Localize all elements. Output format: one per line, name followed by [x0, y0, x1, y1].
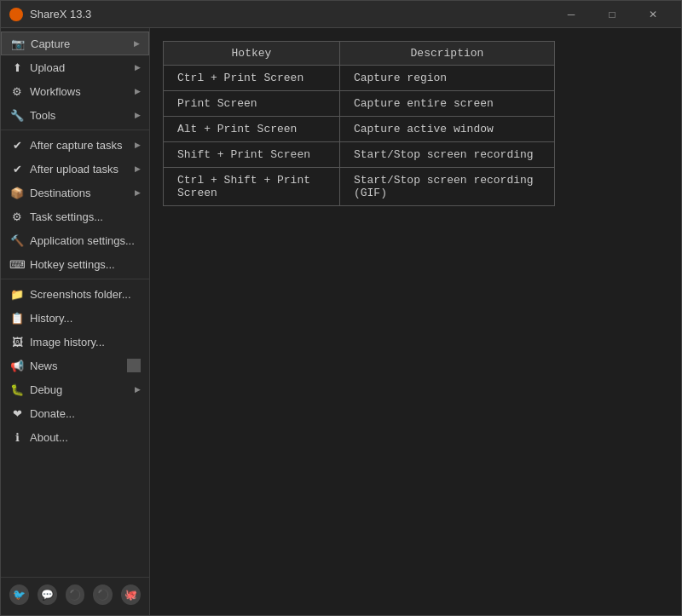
main-content: 📷Capture▶⬆Upload▶⚙Workflows▶🔧Tools▶✔Afte…	[1, 28, 681, 615]
application-settings-icon: 🔨	[9, 233, 25, 247]
divider-divider2	[1, 279, 149, 279]
hotkey-cell: Alt + Print Screen	[164, 117, 340, 142]
description-cell: Capture region	[339, 66, 554, 91]
description-cell: Start/Stop screen recording (GIF)	[339, 168, 554, 206]
content-area: Hotkey Description Ctrl + Print ScreenCa…	[150, 28, 681, 615]
hotkey-table: Hotkey Description Ctrl + Print ScreenCa…	[163, 41, 555, 206]
sidebar-item-label-news: News	[30, 360, 58, 372]
after-upload-tasks-icon: ✔	[9, 162, 25, 176]
destinations-icon: 📦	[9, 186, 25, 199]
destinations-arrow-icon: ▶	[135, 188, 141, 197]
app-icon	[9, 8, 23, 21]
sidebar-item-application-settings[interactable]: 🔨Application settings...	[1, 228, 149, 252]
sidebar-item-label-donate: Donate...	[30, 407, 75, 420]
sidebar-item-donate[interactable]: ❤Donate...	[1, 401, 149, 425]
hotkey-cell: Shift + Print Screen	[164, 142, 340, 168]
sidebar-item-capture[interactable]: 📷Capture▶	[1, 32, 149, 55]
sidebar-item-label-after-upload-tasks: After upload tasks	[30, 163, 118, 176]
sidebar-item-tools[interactable]: 🔧Tools▶	[1, 103, 149, 127]
sidebar-item-label-destinations: Destinations	[30, 187, 91, 199]
sidebar-bottom: 🐦💬⚫⚫🐙	[1, 577, 149, 612]
sidebar: 📷Capture▶⬆Upload▶⚙Workflows▶🔧Tools▶✔Afte…	[1, 28, 150, 615]
sidebar-item-history[interactable]: 📋History...	[1, 306, 149, 330]
sidebar-item-image-history[interactable]: 🖼Image history...	[1, 330, 149, 354]
description-cell: Start/Stop screen recording	[339, 142, 554, 168]
social-circle2-icon[interactable]: ⚫	[93, 584, 113, 605]
table-row: Print ScreenCapture entire screen	[164, 91, 555, 117]
maximize-button[interactable]: □	[592, 1, 632, 28]
image-history-icon: 🖼	[9, 335, 25, 348]
news-badge	[127, 359, 141, 372]
capture-arrow-icon: ▶	[134, 39, 140, 48]
sidebar-item-label-capture: Capture	[31, 37, 70, 50]
sidebar-item-debug[interactable]: 🐛Debug▶	[1, 377, 149, 401]
after-capture-tasks-icon: ✔	[9, 138, 25, 152]
sidebar-item-label-screenshots-folder: Screenshots folder...	[30, 288, 131, 301]
tools-icon: 🔧	[9, 108, 25, 122]
sidebar-item-upload[interactable]: ⬆Upload▶	[1, 55, 149, 79]
minimize-button[interactable]: ─	[552, 1, 591, 28]
sidebar-spacer	[1, 449, 149, 577]
close-button[interactable]: ✕	[633, 1, 673, 28]
sidebar-item-label-application-settings: Application settings...	[30, 234, 135, 247]
description-cell: Capture active window	[339, 117, 554, 142]
description-column-header: Description	[339, 42, 554, 66]
history-icon: 📋	[9, 311, 25, 325]
social-circle1-icon[interactable]: ⚫	[66, 584, 85, 605]
sidebar-item-screenshots-folder[interactable]: 📁Screenshots folder...	[1, 282, 149, 306]
news-icon: 📢	[9, 359, 25, 372]
table-row: Shift + Print ScreenStart/Stop screen re…	[164, 142, 555, 168]
sidebar-item-after-capture-tasks[interactable]: ✔After capture tasks▶	[1, 133, 149, 157]
table-row: Ctrl + Shift + Print ScreenStart/Stop sc…	[164, 168, 555, 206]
sidebar-item-label-debug: Debug	[30, 383, 62, 396]
hotkey-cell: Ctrl + Shift + Print Screen	[164, 168, 340, 206]
window-title: ShareX 13.3	[30, 8, 552, 20]
sidebar-item-after-upload-tasks[interactable]: ✔After upload tasks▶	[1, 157, 149, 181]
debug-arrow-icon: ▶	[135, 385, 141, 394]
table-row: Alt + Print ScreenCapture active window	[164, 117, 555, 142]
donate-icon: ❤	[9, 406, 25, 420]
about-icon: ℹ	[9, 430, 25, 444]
screenshots-folder-icon: 📁	[9, 287, 25, 301]
after-capture-tasks-arrow-icon: ▶	[135, 141, 141, 149]
hotkey-cell: Print Screen	[164, 91, 340, 117]
sidebar-item-label-image-history: Image history...	[30, 336, 105, 348]
sidebar-item-destinations[interactable]: 📦Destinations▶	[1, 181, 149, 204]
titlebar: ShareX 13.3 ─ □ ✕	[1, 1, 681, 28]
task-settings-icon: ⚙	[9, 210, 25, 223]
hotkey-settings-icon: ⌨	[9, 257, 25, 271]
sidebar-item-label-workflows: Workflows	[30, 85, 81, 98]
sidebar-item-label-history: History...	[30, 312, 72, 325]
table-row: Ctrl + Print ScreenCapture region	[164, 66, 555, 91]
workflows-icon: ⚙	[9, 84, 25, 98]
sidebar-item-label-upload: Upload	[30, 61, 65, 74]
sidebar-item-label-task-settings: Task settings...	[30, 210, 103, 223]
sidebar-item-task-settings[interactable]: ⚙Task settings...	[1, 204, 149, 228]
sidebar-item-workflows[interactable]: ⚙Workflows▶	[1, 79, 149, 103]
tools-arrow-icon: ▶	[135, 111, 141, 119]
divider-divider1	[1, 130, 149, 130]
social-github-icon[interactable]: 🐙	[121, 584, 141, 605]
debug-icon: 🐛	[9, 383, 25, 396]
sidebar-item-label-tools: Tools	[30, 109, 55, 122]
social-twitter-icon[interactable]: 🐦	[9, 584, 29, 605]
hotkey-column-header: Hotkey	[164, 42, 340, 66]
sidebar-item-label-about: About...	[30, 431, 68, 444]
upload-icon: ⬆	[9, 60, 25, 74]
social-discord-icon[interactable]: 💬	[38, 584, 57, 605]
sidebar-item-news[interactable]: 📢News	[1, 354, 149, 377]
description-cell: Capture entire screen	[339, 91, 554, 117]
sidebar-item-label-after-capture-tasks: After capture tasks	[30, 139, 122, 152]
upload-arrow-icon: ▶	[135, 63, 141, 72]
window-controls: ─ □ ✕	[552, 1, 673, 28]
sidebar-item-about[interactable]: ℹAbout...	[1, 425, 149, 449]
after-upload-tasks-arrow-icon: ▶	[135, 164, 141, 173]
capture-icon: 📷	[10, 37, 26, 50]
workflows-arrow-icon: ▶	[135, 87, 141, 95]
hotkey-cell: Ctrl + Print Screen	[164, 66, 340, 91]
sidebar-item-hotkey-settings[interactable]: ⌨Hotkey settings...	[1, 252, 149, 276]
sidebar-item-label-hotkey-settings: Hotkey settings...	[30, 258, 115, 271]
main-window: ShareX 13.3 ─ □ ✕ 📷Capture▶⬆Upload▶⚙Work…	[0, 0, 682, 616]
